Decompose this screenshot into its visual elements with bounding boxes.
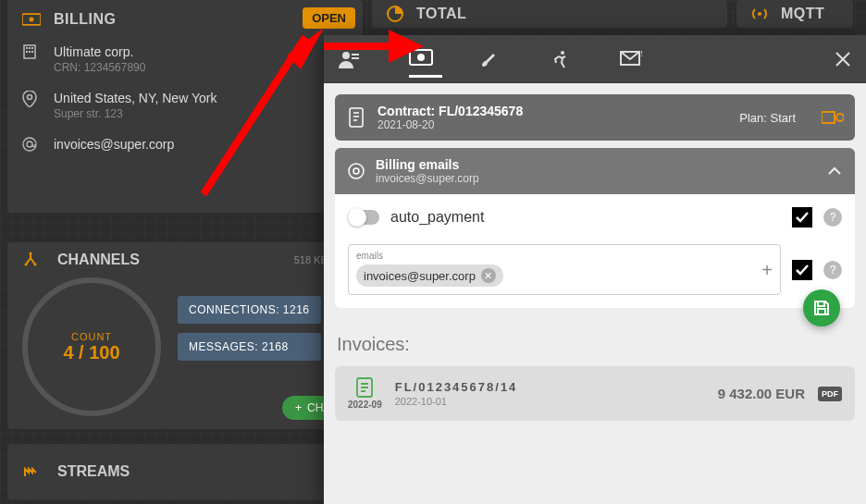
billing-emails-bar[interactable]: Billing emails invoices@super.corp: [335, 148, 855, 194]
svg-rect-19: [352, 57, 359, 59]
emails-checkbox[interactable]: [792, 260, 812, 280]
billing-title: BILLING: [54, 11, 117, 28]
invoices-title: Invoices:: [337, 334, 853, 355]
channels-icon: [22, 252, 39, 268]
contract-date: 2021-08-20: [377, 118, 523, 131]
remove-email-icon[interactable]: ✕: [481, 268, 496, 283]
plus-icon: +: [295, 401, 302, 414]
help-icon[interactable]: ?: [823, 208, 842, 227]
svg-rect-31: [818, 309, 825, 314]
svg-point-27: [836, 114, 844, 121]
svg-point-15: [25, 264, 28, 266]
channels-size: 518 KB: [294, 254, 328, 265]
svg-point-10: [23, 138, 36, 151]
location-icon: [22, 91, 39, 107]
billing-emails-title: Billing emails: [376, 157, 479, 172]
invoice-number: FL/012345678/14: [395, 380, 518, 394]
contract-icon: [348, 107, 366, 128]
open-badge[interactable]: OPEN: [303, 7, 355, 29]
svg-rect-26: [822, 112, 835, 123]
invoice-amount: 9 432.00 EUR: [718, 386, 805, 401]
tab-run[interactable]: [550, 40, 583, 79]
invoice-row[interactable]: 2022-09 FL/012345678/14 2022-10-01 9 432…: [335, 366, 855, 421]
chevron-up-icon: [827, 166, 842, 176]
svg-rect-7: [29, 51, 31, 53]
contract-end-icon: [822, 109, 844, 126]
save-button[interactable]: [803, 289, 840, 326]
email-chip[interactable]: invoices@super.corp ✕: [356, 264, 503, 287]
svg-text:!: !: [640, 51, 642, 58]
auto-payment-label: auto_payment: [390, 209, 484, 226]
streams-icon: [22, 463, 39, 480]
svg-point-17: [342, 52, 350, 59]
svg-rect-4: [29, 47, 31, 49]
svg-rect-8: [31, 51, 33, 53]
billing-detail-panel: ! Contract: FL/012345678 2021-08-20 Plan…: [324, 35, 866, 504]
svg-point-14: [30, 252, 32, 255]
svg-point-13: [758, 12, 761, 16]
billing-card: BILLING OPEN Ultimate corp. CRN: 1234567…: [7, 0, 363, 213]
svg-point-22: [561, 51, 564, 55]
auto-payment-toggle[interactable]: [348, 210, 379, 225]
email-chip-text: invoices@super.corp: [364, 269, 476, 283]
svg-rect-5: [31, 47, 33, 49]
tab-mail[interactable]: !: [620, 42, 653, 77]
tab-brush[interactable]: [479, 41, 513, 78]
connections-chip[interactable]: CONNECTIONS: 1216: [178, 296, 321, 324]
close-panel-button[interactable]: [835, 51, 851, 68]
messages-chip[interactable]: MESSAGES: 2168: [178, 333, 321, 361]
add-email-button[interactable]: +: [761, 259, 773, 280]
company-name: Ultimate corp.: [54, 44, 145, 59]
donut-label: COUNT: [71, 331, 112, 342]
billing-emails-sub: invoices@super.corp: [376, 172, 479, 185]
invoice-icon: [355, 377, 374, 398]
mqtt-title: MQTT: [781, 6, 824, 22]
billing-icon: [22, 12, 41, 27]
svg-rect-3: [26, 47, 28, 49]
svg-point-29: [353, 168, 359, 174]
company-crn: CRN: 1234567890: [54, 61, 145, 74]
streams-card: STREAMS 0 B: [7, 444, 363, 499]
emails-input-label: emails: [356, 251, 773, 261]
channels-card: CHANNELS 518 KB 60 COUNT 4 / 100 CONNECT…: [7, 242, 363, 429]
pie-icon: [387, 6, 403, 22]
address-sub: Super str. 123: [54, 107, 216, 120]
invoice-pdf-button[interactable]: PDF: [818, 387, 842, 401]
svg-point-1: [30, 18, 34, 22]
contract-label: Contract: FL/012345678: [377, 104, 523, 118]
at-icon: [348, 163, 365, 179]
mqtt-card: MQTT: [736, 0, 853, 28]
channels-title: CHANNELS: [57, 252, 140, 268]
svg-point-28: [349, 164, 364, 178]
invoice-month: 2022-09: [348, 400, 382, 410]
at-icon: [22, 137, 39, 152]
invoice-date: 2022-10-01: [395, 396, 518, 407]
svg-point-21: [417, 54, 425, 61]
channels-donut: COUNT 4 / 100: [22, 277, 161, 416]
tab-billing[interactable]: [409, 40, 442, 78]
svg-point-9: [28, 95, 32, 100]
building-icon: [22, 44, 39, 59]
total-title: TOTAL: [416, 6, 466, 22]
donut-value: 4 / 100: [63, 342, 119, 363]
svg-rect-18: [352, 54, 359, 55]
streams-title: STREAMS: [57, 463, 130, 480]
svg-rect-6: [26, 51, 28, 53]
billing-email: invoices@super.corp: [54, 137, 174, 152]
svg-rect-25: [350, 108, 363, 127]
total-card: TOTAL: [372, 0, 727, 28]
contract-plan: Plan: Start: [739, 111, 796, 125]
broadcast-icon: [751, 6, 768, 21]
help-icon[interactable]: ?: [823, 261, 842, 279]
panel-tabs: !: [324, 35, 866, 83]
billing-emails-settings: auto_payment ? emails invoices@super.cor…: [335, 194, 855, 308]
svg-rect-30: [818, 301, 824, 306]
emails-input[interactable]: emails invoices@super.corp ✕ +: [348, 244, 781, 295]
address: United States, NY, New York: [54, 91, 216, 105]
auto-payment-checkbox[interactable]: [792, 207, 812, 227]
contract-bar[interactable]: Contract: FL/012345678 2021-08-20 Plan: …: [335, 94, 855, 141]
svg-point-16: [34, 264, 37, 266]
svg-point-11: [27, 141, 32, 147]
tab-profile[interactable]: [339, 41, 372, 78]
